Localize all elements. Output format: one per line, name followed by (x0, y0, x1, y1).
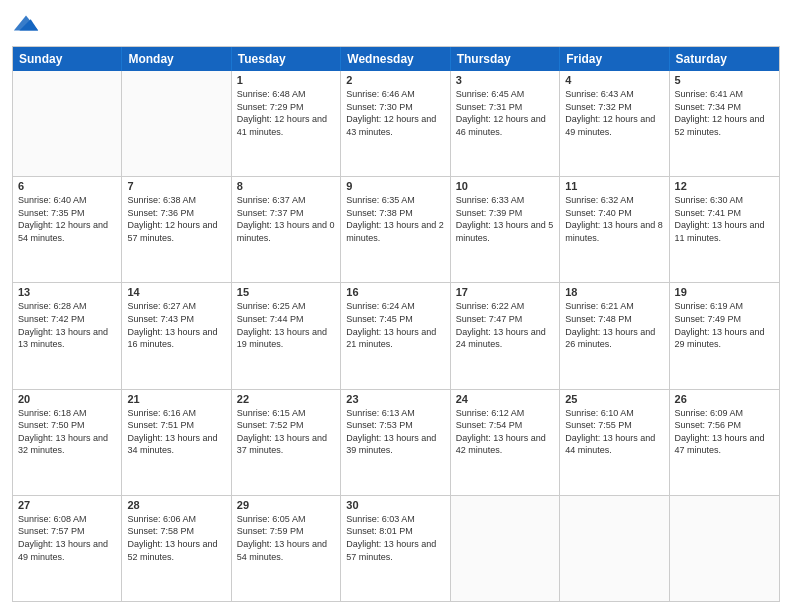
day-cell-2: 2Sunrise: 6:46 AM Sunset: 7:30 PM Daylig… (341, 71, 450, 176)
sun-info: Sunrise: 6:41 AM Sunset: 7:34 PM Dayligh… (675, 88, 774, 138)
logo-icon (12, 10, 40, 38)
day-cell-9: 9Sunrise: 6:35 AM Sunset: 7:38 PM Daylig… (341, 177, 450, 282)
day-cell-28: 28Sunrise: 6:06 AM Sunset: 7:58 PM Dayli… (122, 496, 231, 601)
day-number: 26 (675, 393, 774, 405)
sun-info: Sunrise: 6:37 AM Sunset: 7:37 PM Dayligh… (237, 194, 335, 244)
empty-cell (451, 496, 560, 601)
day-number: 6 (18, 180, 116, 192)
sun-info: Sunrise: 6:25 AM Sunset: 7:44 PM Dayligh… (237, 300, 335, 350)
calendar: SundayMondayTuesdayWednesdayThursdayFrid… (12, 46, 780, 602)
day-number: 1 (237, 74, 335, 86)
sun-info: Sunrise: 6:45 AM Sunset: 7:31 PM Dayligh… (456, 88, 554, 138)
calendar-row-1: 1Sunrise: 6:48 AM Sunset: 7:29 PM Daylig… (13, 71, 779, 176)
sun-info: Sunrise: 6:33 AM Sunset: 7:39 PM Dayligh… (456, 194, 554, 244)
sun-info: Sunrise: 6:46 AM Sunset: 7:30 PM Dayligh… (346, 88, 444, 138)
day-cell-19: 19Sunrise: 6:19 AM Sunset: 7:49 PM Dayli… (670, 283, 779, 388)
day-cell-3: 3Sunrise: 6:45 AM Sunset: 7:31 PM Daylig… (451, 71, 560, 176)
day-number: 19 (675, 286, 774, 298)
header-day-sunday: Sunday (13, 47, 122, 71)
day-cell-8: 8Sunrise: 6:37 AM Sunset: 7:37 PM Daylig… (232, 177, 341, 282)
calendar-header: SundayMondayTuesdayWednesdayThursdayFrid… (13, 47, 779, 71)
sun-info: Sunrise: 6:13 AM Sunset: 7:53 PM Dayligh… (346, 407, 444, 457)
sun-info: Sunrise: 6:03 AM Sunset: 8:01 PM Dayligh… (346, 513, 444, 563)
page-header (12, 10, 780, 38)
header-day-saturday: Saturday (670, 47, 779, 71)
day-cell-10: 10Sunrise: 6:33 AM Sunset: 7:39 PM Dayli… (451, 177, 560, 282)
empty-cell (670, 496, 779, 601)
day-number: 28 (127, 499, 225, 511)
sun-info: Sunrise: 6:22 AM Sunset: 7:47 PM Dayligh… (456, 300, 554, 350)
sun-info: Sunrise: 6:30 AM Sunset: 7:41 PM Dayligh… (675, 194, 774, 244)
day-number: 8 (237, 180, 335, 192)
day-number: 30 (346, 499, 444, 511)
sun-info: Sunrise: 6:16 AM Sunset: 7:51 PM Dayligh… (127, 407, 225, 457)
day-number: 7 (127, 180, 225, 192)
header-day-friday: Friday (560, 47, 669, 71)
sun-info: Sunrise: 6:06 AM Sunset: 7:58 PM Dayligh… (127, 513, 225, 563)
header-day-monday: Monday (122, 47, 231, 71)
day-cell-16: 16Sunrise: 6:24 AM Sunset: 7:45 PM Dayli… (341, 283, 450, 388)
day-cell-25: 25Sunrise: 6:10 AM Sunset: 7:55 PM Dayli… (560, 390, 669, 495)
day-cell-30: 30Sunrise: 6:03 AM Sunset: 8:01 PM Dayli… (341, 496, 450, 601)
day-number: 16 (346, 286, 444, 298)
day-number: 3 (456, 74, 554, 86)
day-number: 23 (346, 393, 444, 405)
sun-info: Sunrise: 6:09 AM Sunset: 7:56 PM Dayligh… (675, 407, 774, 457)
calendar-row-2: 6Sunrise: 6:40 AM Sunset: 7:35 PM Daylig… (13, 176, 779, 282)
calendar-body: 1Sunrise: 6:48 AM Sunset: 7:29 PM Daylig… (13, 71, 779, 601)
sun-info: Sunrise: 6:48 AM Sunset: 7:29 PM Dayligh… (237, 88, 335, 138)
day-cell-29: 29Sunrise: 6:05 AM Sunset: 7:59 PM Dayli… (232, 496, 341, 601)
day-number: 24 (456, 393, 554, 405)
day-cell-5: 5Sunrise: 6:41 AM Sunset: 7:34 PM Daylig… (670, 71, 779, 176)
day-number: 17 (456, 286, 554, 298)
sun-info: Sunrise: 6:43 AM Sunset: 7:32 PM Dayligh… (565, 88, 663, 138)
day-number: 18 (565, 286, 663, 298)
day-cell-17: 17Sunrise: 6:22 AM Sunset: 7:47 PM Dayli… (451, 283, 560, 388)
calendar-row-4: 20Sunrise: 6:18 AM Sunset: 7:50 PM Dayli… (13, 389, 779, 495)
day-cell-12: 12Sunrise: 6:30 AM Sunset: 7:41 PM Dayli… (670, 177, 779, 282)
sun-info: Sunrise: 6:32 AM Sunset: 7:40 PM Dayligh… (565, 194, 663, 244)
day-cell-20: 20Sunrise: 6:18 AM Sunset: 7:50 PM Dayli… (13, 390, 122, 495)
day-cell-21: 21Sunrise: 6:16 AM Sunset: 7:51 PM Dayli… (122, 390, 231, 495)
sun-info: Sunrise: 6:40 AM Sunset: 7:35 PM Dayligh… (18, 194, 116, 244)
day-cell-1: 1Sunrise: 6:48 AM Sunset: 7:29 PM Daylig… (232, 71, 341, 176)
day-number: 13 (18, 286, 116, 298)
day-cell-26: 26Sunrise: 6:09 AM Sunset: 7:56 PM Dayli… (670, 390, 779, 495)
logo (12, 10, 44, 38)
calendar-row-5: 27Sunrise: 6:08 AM Sunset: 7:57 PM Dayli… (13, 495, 779, 601)
sun-info: Sunrise: 6:27 AM Sunset: 7:43 PM Dayligh… (127, 300, 225, 350)
sun-info: Sunrise: 6:05 AM Sunset: 7:59 PM Dayligh… (237, 513, 335, 563)
day-number: 12 (675, 180, 774, 192)
day-number: 11 (565, 180, 663, 192)
day-number: 2 (346, 74, 444, 86)
sun-info: Sunrise: 6:18 AM Sunset: 7:50 PM Dayligh… (18, 407, 116, 457)
sun-info: Sunrise: 6:21 AM Sunset: 7:48 PM Dayligh… (565, 300, 663, 350)
empty-cell (13, 71, 122, 176)
day-cell-7: 7Sunrise: 6:38 AM Sunset: 7:36 PM Daylig… (122, 177, 231, 282)
empty-cell (122, 71, 231, 176)
sun-info: Sunrise: 6:35 AM Sunset: 7:38 PM Dayligh… (346, 194, 444, 244)
sun-info: Sunrise: 6:28 AM Sunset: 7:42 PM Dayligh… (18, 300, 116, 350)
sun-info: Sunrise: 6:19 AM Sunset: 7:49 PM Dayligh… (675, 300, 774, 350)
sun-info: Sunrise: 6:38 AM Sunset: 7:36 PM Dayligh… (127, 194, 225, 244)
sun-info: Sunrise: 6:10 AM Sunset: 7:55 PM Dayligh… (565, 407, 663, 457)
empty-cell (560, 496, 669, 601)
day-cell-4: 4Sunrise: 6:43 AM Sunset: 7:32 PM Daylig… (560, 71, 669, 176)
day-number: 15 (237, 286, 335, 298)
day-number: 5 (675, 74, 774, 86)
header-day-wednesday: Wednesday (341, 47, 450, 71)
sun-info: Sunrise: 6:15 AM Sunset: 7:52 PM Dayligh… (237, 407, 335, 457)
day-number: 29 (237, 499, 335, 511)
day-cell-24: 24Sunrise: 6:12 AM Sunset: 7:54 PM Dayli… (451, 390, 560, 495)
day-cell-14: 14Sunrise: 6:27 AM Sunset: 7:43 PM Dayli… (122, 283, 231, 388)
day-number: 21 (127, 393, 225, 405)
day-cell-15: 15Sunrise: 6:25 AM Sunset: 7:44 PM Dayli… (232, 283, 341, 388)
day-cell-13: 13Sunrise: 6:28 AM Sunset: 7:42 PM Dayli… (13, 283, 122, 388)
header-day-thursday: Thursday (451, 47, 560, 71)
sun-info: Sunrise: 6:12 AM Sunset: 7:54 PM Dayligh… (456, 407, 554, 457)
day-number: 14 (127, 286, 225, 298)
day-number: 4 (565, 74, 663, 86)
day-number: 10 (456, 180, 554, 192)
day-cell-23: 23Sunrise: 6:13 AM Sunset: 7:53 PM Dayli… (341, 390, 450, 495)
day-cell-18: 18Sunrise: 6:21 AM Sunset: 7:48 PM Dayli… (560, 283, 669, 388)
